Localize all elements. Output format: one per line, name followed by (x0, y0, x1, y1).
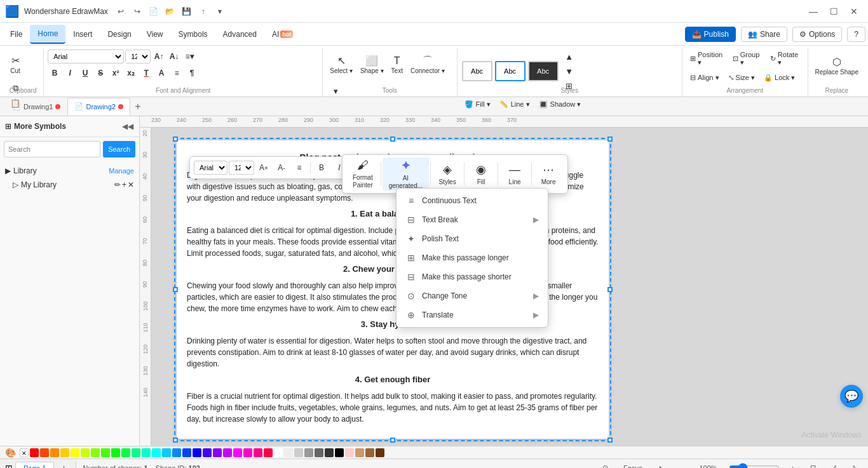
select-button[interactable]: ↖ Select ▾ (327, 50, 356, 80)
ai-format-painter-button[interactable]: 🖌 FormatPainter (346, 157, 379, 191)
publish-button[interactable]: 📤 Publish (685, 27, 736, 42)
zoom-slider[interactable] (729, 464, 780, 469)
ai-styles-button[interactable]: ◈ Styles (432, 157, 463, 191)
lib-add-icon[interactable]: + (122, 180, 126, 189)
fullscreen-button[interactable]: ⤢ (827, 462, 841, 468)
align-button[interactable]: ⊟Align ▾ (686, 69, 723, 86)
lib-edit-icon[interactable]: ✏ (114, 180, 121, 189)
color-swatch[interactable] (152, 448, 161, 457)
menu-ai[interactable]: AI hot (264, 25, 301, 44)
styles-down[interactable]: ▼ (560, 64, 578, 78)
size-button[interactable]: ⤡Size ▾ (724, 69, 759, 86)
color-swatch[interactable] (223, 448, 232, 457)
color-swatch[interactable] (254, 448, 262, 457)
color-swatch[interactable] (111, 448, 120, 457)
ctx-make-shorter[interactable]: ⊟ Make this passage shorter (397, 267, 548, 286)
color-swatch[interactable] (233, 448, 242, 457)
text-color-button[interactable]: T (139, 66, 153, 80)
italic-button[interactable]: I (63, 66, 77, 80)
style-box-3[interactable]: Abc (528, 61, 559, 81)
color-swatch[interactable] (60, 448, 69, 457)
add-tab-button[interactable]: + (130, 99, 146, 114)
save-button[interactable]: 💾 (179, 4, 194, 19)
my-library-row[interactable]: ▷ My Library ✏ + ✕ (5, 178, 134, 192)
rotate-button[interactable]: ↻Rotate ▾ (766, 50, 804, 67)
color-swatch[interactable] (203, 448, 212, 457)
fill-button[interactable]: 🪣Fill ▾ (461, 95, 494, 113)
ai-fill-button[interactable]: ◉ Fill (466, 157, 496, 191)
ft-size-select[interactable]: 12 (229, 161, 254, 175)
lib-close-icon[interactable]: ✕ (128, 180, 134, 189)
increase-font-button[interactable]: A↑ (152, 50, 166, 64)
open-button[interactable]: 📂 (163, 4, 178, 19)
ai-more-button[interactable]: ⋯ More (533, 157, 564, 191)
menu-advanced[interactable]: Advanced (215, 25, 264, 44)
ai-line-button[interactable]: — Line (499, 157, 530, 191)
color-swatch[interactable] (172, 448, 181, 457)
color-swatch[interactable] (304, 448, 313, 457)
color-swatch[interactable] (335, 448, 344, 457)
color-swatch[interactable] (294, 448, 303, 457)
expand-button[interactable]: ⤡ (848, 462, 862, 468)
color-swatch[interactable] (243, 448, 252, 457)
page-tab-1[interactable]: Page-1 (15, 462, 54, 469)
replace-shape-button[interactable]: ⬡ Replace Shape (812, 50, 862, 83)
ctx-make-longer[interactable]: ⊞ Make this passage longer (397, 248, 548, 267)
library-header[interactable]: ▶ Library Manage (5, 164, 134, 178)
list-style-button[interactable]: ≡ (170, 66, 184, 80)
fit-page-button[interactable]: ⊡ (806, 462, 820, 468)
font-family-select[interactable]: ArialTimes New RomanCalibri (48, 50, 124, 64)
color-swatch[interactable] (213, 448, 222, 457)
sidebar-collapse-button[interactable]: ◀◀ (121, 120, 134, 133)
color-swatch[interactable] (142, 448, 151, 457)
color-swatch[interactable] (274, 448, 283, 457)
group-button[interactable]: ⊡Group ▾ (729, 50, 765, 67)
ctx-text-break[interactable]: ⊟ Text Break ▶ (397, 210, 548, 229)
close-button[interactable]: ✕ (845, 3, 863, 20)
color-swatch[interactable] (71, 448, 79, 457)
paste-button[interactable]: 📋 (6, 96, 24, 110)
color-swatch[interactable] (284, 448, 293, 457)
color-swatch[interactable] (325, 448, 334, 457)
manage-button[interactable]: Manage (109, 167, 134, 175)
color-swatch[interactable] (101, 448, 110, 457)
color-swatch[interactable] (345, 448, 354, 457)
color-swatch[interactable] (264, 448, 273, 457)
cut-button[interactable]: ✂ Cut (6, 50, 24, 80)
color-swatch[interactable] (193, 448, 201, 457)
color-swatch[interactable] (30, 448, 39, 457)
text-button[interactable]: T Text (388, 50, 406, 80)
ctx-continuous-text[interactable]: ≡ Continuous Text (397, 191, 548, 210)
play-button[interactable]: ⏵ (654, 463, 668, 469)
layout-icon[interactable]: ⊞ (5, 463, 13, 469)
maximize-button[interactable]: ☐ (825, 3, 843, 20)
color-swatch[interactable] (376, 448, 384, 457)
shadow-button[interactable]: 🔳Shadow ▾ (536, 95, 585, 113)
connector-button[interactable]: ⌒ Connector ▾ (407, 50, 448, 80)
styles-up[interactable]: ▲ (560, 50, 578, 64)
new-button[interactable]: 📄 (146, 4, 161, 19)
font-size-select[interactable]: 81011121416 (125, 50, 151, 64)
underline-button[interactable]: U (78, 66, 92, 80)
ft-decrease-font[interactable]: A- (273, 159, 290, 176)
superscript-button[interactable]: x² (109, 66, 123, 80)
strikethrough-button[interactable]: S (93, 66, 107, 80)
ctx-change-tone[interactable]: ⊙ Change Tone ▶ (397, 286, 548, 305)
color-swatch[interactable] (121, 448, 130, 457)
ctx-polish-text[interactable]: ✦ Polish Text (397, 229, 548, 248)
menu-design[interactable]: Design (100, 25, 139, 44)
shape-button[interactable]: ⬜ Shape ▾ (357, 50, 387, 80)
ai-generated-button[interactable]: ✦ AIgenerated... (383, 157, 429, 191)
color-swatch[interactable] (182, 448, 191, 457)
ft-bold-button[interactable]: B (313, 159, 330, 176)
share-button[interactable]: ↑ (196, 4, 211, 19)
options-button[interactable]: ⚙ Options (792, 27, 842, 42)
paragraph-button[interactable]: ¶ (185, 66, 199, 80)
search-input[interactable] (4, 141, 100, 157)
zoom-out-button[interactable]: − (676, 463, 688, 469)
chat-button[interactable]: 💬 (840, 385, 863, 408)
more-button[interactable]: ▾ (212, 4, 227, 19)
menu-file[interactable]: File (3, 25, 30, 44)
zoom-in-button[interactable]: + (787, 463, 799, 469)
bold-button[interactable]: B (48, 66, 62, 80)
